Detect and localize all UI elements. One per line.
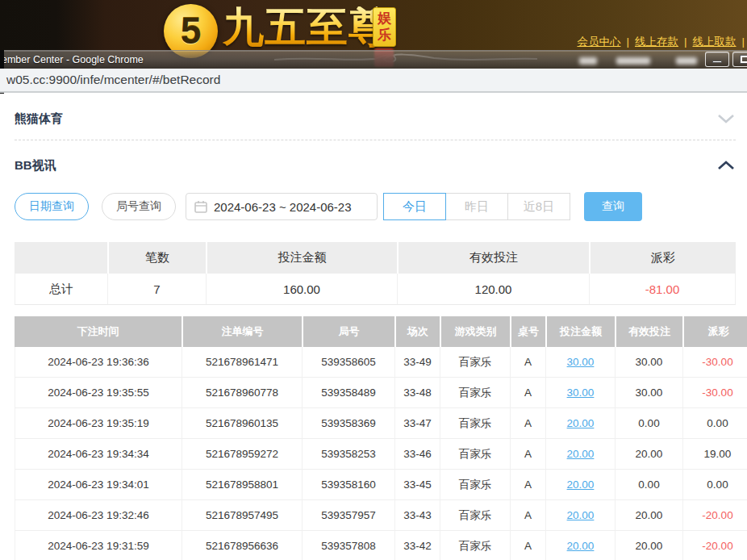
- redacted-text: [579, 57, 597, 65]
- bet-time-cell: 2024-06-23 19:35:55: [15, 378, 182, 408]
- chevron-down-icon[interactable]: [716, 113, 736, 124]
- ticket-number-cell: 521678960135: [182, 408, 302, 439]
- summary-valid-bet-value: 120.00: [397, 274, 589, 305]
- table-row: 2024-06-23 19:35:19 521678960135 5393583…: [15, 408, 747, 439]
- payout-cell: -20.00: [682, 531, 747, 560]
- bet-amount-link[interactable]: 20.00: [545, 439, 615, 470]
- valid-bet-cell: 0.00: [615, 408, 682, 439]
- summary-header-row: 笔数 投注金额 有效投注 派彩: [15, 242, 736, 274]
- bet-time-cell: 2024-06-23 19:32:46: [15, 500, 182, 531]
- section-divider: [15, 140, 736, 140]
- session-cell: 33-45: [394, 470, 440, 500]
- summary-table: 笔数 投注金额 有效投注 派彩 总计 7 160.00 120.00 -81.0…: [15, 242, 736, 305]
- section-bb-video[interactable]: BB视讯: [0, 146, 747, 185]
- table-row: 2024-06-23 19:36:36 521678961471 5393586…: [15, 347, 747, 378]
- table-number-cell: A: [510, 439, 545, 470]
- search-button[interactable]: 查询: [584, 192, 642, 221]
- table-number-cell: A: [510, 408, 545, 439]
- payout-cell: 0.00: [682, 408, 747, 439]
- date-range-value: 2024-06-23 ~ 2024-06-23: [214, 200, 352, 214]
- section-title-panda-sports: 熊猫体育: [15, 111, 63, 127]
- last-8-days-button[interactable]: 近8日: [507, 193, 570, 220]
- table-row: 2024-06-23 19:34:34 521678959272 5393582…: [15, 439, 747, 470]
- bet-amount-link[interactable]: 30.00: [545, 347, 615, 378]
- round-query-tab[interactable]: 局号查询: [102, 193, 176, 220]
- summary-total-row: 总计 7 160.00 120.00 -81.00: [15, 274, 736, 305]
- bet-amount-link[interactable]: 20.00: [545, 500, 615, 531]
- valid-bet-cell: 20.00: [615, 531, 682, 560]
- payout-cell: 19.00: [682, 439, 747, 470]
- valid-bet-cell: 30.00: [615, 378, 682, 408]
- ticket-number-cell: 521678961471: [182, 347, 302, 378]
- chevron-up-icon[interactable]: [716, 160, 736, 171]
- header-valid-bet: 有效投注: [615, 316, 682, 347]
- table-number-cell: A: [510, 531, 545, 560]
- game-type-cell: 百家乐: [440, 531, 510, 560]
- yesterday-button[interactable]: 昨日: [445, 193, 508, 220]
- ticket-number-cell: 521678960778: [182, 378, 302, 408]
- game-type-cell: 百家乐: [440, 378, 510, 408]
- round-number-cell: 539357808: [302, 531, 394, 560]
- game-type-cell: 百家乐: [440, 470, 510, 500]
- summary-total-label: 总计: [15, 274, 107, 305]
- payout-cell: 0.00: [682, 470, 747, 500]
- ticket-number-cell: 521678957495: [182, 500, 302, 531]
- round-number-cell: 539358489: [302, 378, 394, 408]
- header-ticket-number: 注单编号: [182, 316, 302, 347]
- redacted-text: [616, 57, 650, 65]
- date-query-tab[interactable]: 日期查询: [15, 193, 89, 220]
- bet-amount-link[interactable]: 20.00: [545, 408, 615, 439]
- nav-link-online-deposit[interactable]: 线上存款: [635, 36, 678, 48]
- header-bet-amount: 投注金额: [545, 316, 615, 347]
- minimize-button[interactable]: [705, 52, 729, 67]
- game-type-cell: 百家乐: [440, 439, 510, 470]
- maximize-button[interactable]: [732, 52, 747, 67]
- table-number-cell: A: [510, 470, 545, 500]
- table-row: 2024-06-23 19:34:01 521678958801 5393581…: [15, 470, 747, 500]
- nav-link-member-center[interactable]: 会员中心: [577, 36, 620, 48]
- bet-table-body: 2024-06-23 19:36:36 521678961471 5393586…: [15, 347, 747, 560]
- round-number-cell: 539358369: [302, 408, 394, 439]
- bet-amount-link[interactable]: 20.00: [545, 531, 615, 560]
- bet-record-page: 熊猫体育 BB视讯 日期查询 局号查询 2024-06-23 ~ 2024-06…: [0, 94, 747, 560]
- valid-bet-cell: 20.00: [615, 439, 682, 470]
- summary-header-valid-bet: 有效投注: [397, 242, 589, 274]
- valid-bet-cell: 30.00: [615, 347, 682, 378]
- round-number-cell: 539358253: [302, 439, 394, 470]
- session-cell: 33-48: [394, 378, 440, 408]
- banner-nav: 会员中心|线上存款|线上取款|: [577, 35, 745, 49]
- game-type-cell: 百家乐: [440, 408, 510, 439]
- header-session: 场次: [394, 316, 440, 347]
- bet-time-cell: 2024-06-23 19:31:59: [15, 531, 182, 560]
- bet-table-header-row: 下注时间 注单编号 局号 场次 游戏类别 桌号 投注金额 有效投注 派彩: [15, 316, 747, 347]
- header-bet-time: 下注时间: [15, 316, 182, 347]
- summary-header-bet-amount: 投注金额: [206, 242, 397, 274]
- valid-bet-cell: 0.00: [615, 470, 682, 500]
- date-range-input[interactable]: 2024-06-23 ~ 2024-06-23: [186, 193, 378, 220]
- nav-separator: |: [741, 36, 745, 48]
- round-number-cell: 539357957: [302, 500, 394, 531]
- round-number-cell: 539358160: [302, 470, 394, 500]
- url-text: w05.cc:9900/infe/mcenter/#/betRecord: [6, 73, 220, 87]
- address-bar[interactable]: w05.cc:9900/infe/mcenter/#/betRecord: [0, 69, 747, 93]
- ticket-number-cell: 521678956636: [182, 531, 302, 560]
- bet-time-cell: 2024-06-23 19:34:34: [15, 439, 182, 470]
- payout-cell: -30.00: [682, 378, 747, 408]
- maximize-icon: [741, 56, 747, 63]
- brand-badge-char: 乐: [378, 27, 391, 44]
- summary-header-payout: 派彩: [589, 242, 736, 274]
- calendar-icon: [194, 200, 207, 213]
- nav-separator: |: [626, 36, 629, 48]
- table-row: 2024-06-23 19:32:46 521678957495 5393579…: [15, 500, 747, 531]
- bet-time-cell: 2024-06-23 19:34:01: [15, 470, 182, 500]
- game-type-cell: 百家乐: [440, 347, 510, 378]
- bet-amount-link[interactable]: 30.00: [545, 378, 615, 408]
- table-row: 2024-06-23 19:35:55 521678960778 5393584…: [15, 378, 747, 408]
- section-title-bb-video: BB视讯: [15, 158, 56, 173]
- section-panda-sports[interactable]: 熊猫体育: [0, 101, 747, 136]
- today-button[interactable]: 今日: [383, 193, 446, 220]
- round-number-cell: 539358605: [302, 347, 394, 378]
- nav-link-online-withdraw[interactable]: 线上取款: [692, 36, 736, 48]
- bet-amount-link[interactable]: 20.00: [545, 470, 615, 500]
- header-table-number: 桌号: [510, 316, 545, 347]
